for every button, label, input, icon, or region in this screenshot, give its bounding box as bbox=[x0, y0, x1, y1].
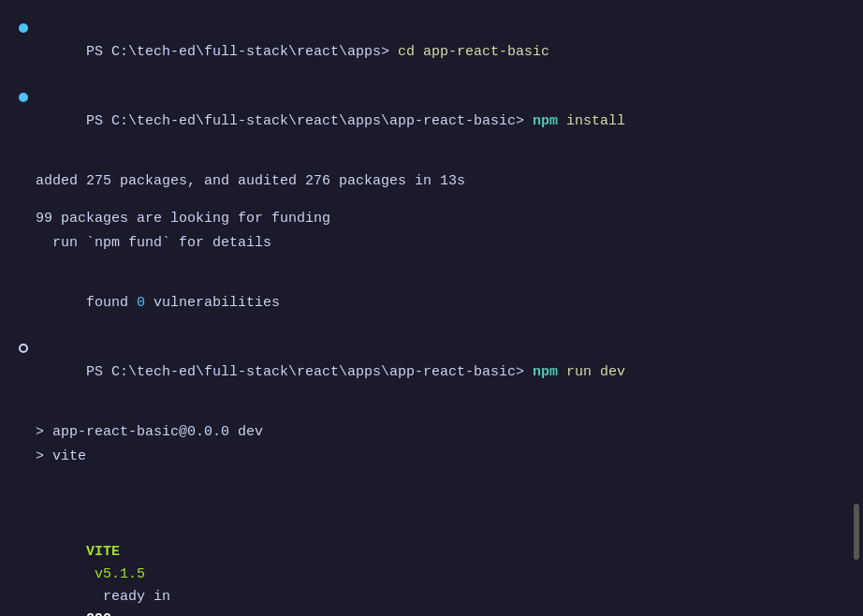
terminal-window: PS C:\tech-ed\full-stack\react\apps> cd … bbox=[0, 0, 863, 616]
line-content-2: PS C:\tech-ed\full-stack\react\apps\app-… bbox=[36, 88, 844, 155]
line-content-funding1: 99 packages are looking for funding bbox=[36, 208, 844, 230]
terminal-line-funding1: 99 packages are looking for funding bbox=[19, 208, 844, 230]
dot-indicator-outline bbox=[19, 344, 28, 353]
terminal-line-rundev: PS C:\tech-ed\full-stack\react\apps\app-… bbox=[19, 339, 844, 406]
dot-none-2 bbox=[19, 208, 28, 217]
line-content-vuln: found 0 vulnerabilities bbox=[36, 270, 844, 337]
vuln-label: vulnerabilities bbox=[145, 295, 280, 311]
vite-time: 290 bbox=[86, 611, 111, 616]
found-text: found bbox=[86, 295, 137, 311]
dot-none-1 bbox=[19, 170, 28, 180]
dot-none-6 bbox=[19, 446, 28, 455]
terminal-line-2: PS C:\tech-ed\full-stack\react\apps\app-… bbox=[19, 88, 844, 155]
vite-ready-text: ready in bbox=[86, 589, 179, 605]
dot-none-5 bbox=[19, 421, 28, 431]
dot-none-7 bbox=[19, 496, 28, 506]
line-content-funding2: run `npm fund` for details bbox=[36, 232, 844, 255]
cmd-rundev: run dev bbox=[558, 364, 625, 380]
line-content-rundev: PS C:\tech-ed\full-stack\react\apps\app-… bbox=[36, 339, 844, 406]
terminal-line-script1: > app-react-basic@0.0.0 dev bbox=[19, 421, 844, 444]
prompt-path-1: PS C:\tech-ed\full-stack\react\apps> bbox=[86, 44, 398, 60]
spacer-3 bbox=[19, 257, 844, 270]
cmd-cd: cd app-react-basic bbox=[398, 44, 549, 60]
terminal-line-funding2: run `npm fund` for details bbox=[19, 232, 844, 255]
dot-none-3 bbox=[19, 232, 28, 242]
scrollbar[interactable] bbox=[854, 504, 859, 560]
vite-label: VITE bbox=[86, 544, 120, 560]
terminal-line-vite: VITE v5.1.5 ready in 290 ms bbox=[19, 496, 844, 616]
cmd-npm-1: npm bbox=[533, 113, 558, 129]
spacer-2 bbox=[19, 195, 844, 208]
terminal-line-script2: > vite bbox=[19, 446, 844, 468]
dot-indicator-2 bbox=[19, 93, 28, 102]
terminal-line-vuln: found 0 vulnerabilities bbox=[19, 270, 844, 337]
vite-version: v5.1.5 bbox=[86, 566, 145, 582]
vuln-count: 0 bbox=[137, 295, 145, 311]
line-content-vite: VITE v5.1.5 ready in 290 ms bbox=[36, 496, 844, 616]
terminal-line-1: PS C:\tech-ed\full-stack\react\apps> cd … bbox=[19, 19, 844, 86]
dot-indicator-1 bbox=[19, 23, 28, 33]
spacer-6 bbox=[19, 483, 844, 496]
line-content-script2: > vite bbox=[36, 446, 844, 468]
line-content-script1: > app-react-basic@0.0.0 dev bbox=[36, 421, 844, 444]
spacer-1 bbox=[19, 157, 844, 170]
cmd-npm-2: npm bbox=[533, 364, 558, 380]
spacer-4 bbox=[19, 408, 844, 421]
terminal-line-added: added 275 packages, and audited 276 pack… bbox=[19, 170, 844, 193]
spacer-5 bbox=[19, 470, 844, 483]
prompt-path-3: PS C:\tech-ed\full-stack\react\apps\app-… bbox=[86, 364, 533, 380]
line-content-added: added 275 packages, and audited 276 pack… bbox=[36, 170, 844, 193]
line-content-1: PS C:\tech-ed\full-stack\react\apps> cd … bbox=[36, 19, 844, 86]
prompt-path-2: PS C:\tech-ed\full-stack\react\apps\app-… bbox=[86, 113, 533, 129]
cmd-install: install bbox=[558, 113, 625, 129]
dot-none-4 bbox=[19, 270, 28, 279]
